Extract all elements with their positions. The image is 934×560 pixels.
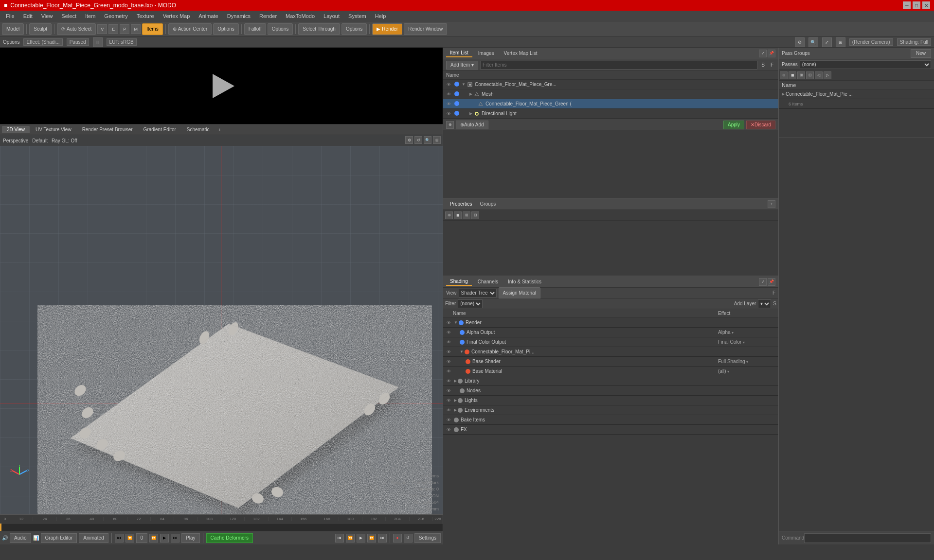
- add-tab-button[interactable]: +: [216, 126, 224, 134]
- passes-select[interactable]: (none): [800, 60, 931, 69]
- playback-icon-1[interactable]: ⏮: [335, 534, 344, 542]
- props-add-icon[interactable]: +: [768, 200, 775, 208]
- toolbar-icon-1[interactable]: V: [97, 24, 107, 34]
- render-window-button[interactable]: Render Window: [404, 23, 447, 35]
- tab-shading[interactable]: Shading: [446, 278, 472, 286]
- menu-select[interactable]: Select: [57, 12, 80, 20]
- tab-properties[interactable]: Properties: [446, 200, 476, 208]
- menu-dynamics[interactable]: Dynamics: [223, 12, 254, 20]
- item-list-pin-icon[interactable]: 📌: [768, 50, 775, 57]
- library-expand[interactable]: ▶: [454, 379, 457, 383]
- minimize-button[interactable]: ─: [903, 1, 911, 9]
- menu-geometry[interactable]: Geometry: [100, 12, 131, 20]
- sculpt-button[interactable]: Sculpt: [29, 23, 52, 35]
- item-list-expand-icon[interactable]: ⤢: [759, 50, 767, 57]
- eye-icon-scene[interactable]: 👁: [445, 81, 452, 88]
- options-icon-1[interactable]: ⚙: [795, 37, 805, 47]
- tab-images[interactable]: Images: [474, 50, 498, 57]
- play-label-button[interactable]: Play: [181, 533, 199, 543]
- group-expand[interactable]: ▶: [782, 92, 785, 96]
- tab-3d-view[interactable]: 3D View: [2, 126, 30, 133]
- tree-row-bake[interactable]: 👁 Bake Items: [443, 415, 778, 425]
- expand-light[interactable]: ▶: [469, 111, 472, 116]
- groups-icon-1[interactable]: ⊕: [780, 71, 788, 79]
- eye-library[interactable]: 👁: [445, 378, 452, 385]
- tree-row-environments[interactable]: 👁 ▶ Environments: [443, 405, 778, 415]
- toolbar-icon-2[interactable]: E: [108, 24, 118, 34]
- options-button-3[interactable]: Options: [341, 23, 367, 35]
- menu-vertex-map[interactable]: Vertex Map: [159, 12, 194, 20]
- add-layer-select[interactable]: ▾: [758, 299, 771, 308]
- filter-select[interactable]: (none): [458, 299, 483, 308]
- props-tool-2[interactable]: ◼: [454, 211, 462, 219]
- loop-icon[interactable]: ↺: [404, 534, 413, 542]
- menu-file[interactable]: File: [2, 12, 18, 20]
- options-icon-4[interactable]: ⊞: [836, 37, 845, 47]
- playback-icon-4[interactable]: ⏩: [367, 534, 376, 542]
- record-icon[interactable]: ●: [393, 534, 402, 542]
- lights-expand[interactable]: ▶: [454, 398, 457, 402]
- play-button[interactable]: [207, 71, 236, 101]
- paused-value[interactable]: Paused: [67, 38, 89, 46]
- toolbar-icon-3[interactable]: P: [120, 24, 129, 34]
- group-row-1[interactable]: ▶ Connectable_Floor_Mat_Pie ...: [779, 89, 934, 99]
- menu-help[interactable]: Help: [371, 12, 390, 20]
- falloff-button[interactable]: Falloff: [244, 23, 266, 35]
- eye-final[interactable]: 👁: [445, 339, 452, 346]
- eye-icon-mesh[interactable]: 👁: [445, 91, 452, 98]
- eye-nodes[interactable]: 👁: [445, 387, 452, 394]
- shading-expand-icon[interactable]: ⤢: [759, 278, 767, 286]
- tree-row-mat[interactable]: 👁 ▼ Connectable_Floor_Mat_Pi...: [443, 347, 778, 357]
- effect-value[interactable]: Effect: (Shadi...: [23, 38, 62, 46]
- assign-material-button[interactable]: Assign Material: [499, 287, 540, 299]
- props-tool-4[interactable]: ⊟: [471, 211, 479, 219]
- audio-button[interactable]: Audio: [10, 533, 31, 543]
- options-button-1[interactable]: Options: [213, 23, 238, 35]
- tab-schematic[interactable]: Schematic: [182, 126, 215, 133]
- tab-info-stats[interactable]: Info & Statistics: [504, 278, 545, 285]
- menu-maxtomode[interactable]: MaxToModo: [282, 12, 319, 20]
- camera-value[interactable]: (Render Camera): [849, 38, 893, 46]
- auto-select-button[interactable]: ⟳ Auto Select: [57, 23, 96, 35]
- eye-base-shader[interactable]: 👁: [445, 358, 452, 365]
- maximize-button[interactable]: □: [913, 1, 920, 9]
- viewport-mode[interactable]: Perspective: [3, 138, 28, 143]
- viewport-subdiv[interactable]: Default: [32, 138, 48, 143]
- select-through-button[interactable]: Select Through: [298, 23, 340, 35]
- model-button[interactable]: Model: [2, 23, 24, 35]
- shading-pin-icon[interactable]: 📌: [768, 278, 775, 286]
- props-tool-3[interactable]: ⊞: [463, 211, 470, 219]
- next-button[interactable]: ⏩: [149, 534, 158, 542]
- tab-render-preset[interactable]: Render Preset Browser: [77, 126, 138, 133]
- menu-layout[interactable]: Layout: [320, 12, 343, 20]
- menu-item[interactable]: Item: [81, 12, 99, 20]
- eye-fx[interactable]: 👁: [445, 426, 452, 433]
- render-button[interactable]: ▶ Render: [372, 23, 402, 35]
- prev-prev-button[interactable]: ⏮: [115, 534, 124, 542]
- viewport-ray-gl[interactable]: Ray GL: Off: [52, 138, 77, 143]
- menu-view[interactable]: View: [37, 12, 57, 20]
- close-button[interactable]: ✕: [922, 1, 930, 9]
- tree-row-base-shader[interactable]: 👁 Base Shader Full Shading ▾: [443, 357, 778, 367]
- groups-icon-4[interactable]: ⊟: [806, 71, 814, 79]
- viewport-icon-zoom[interactable]: 🔍: [424, 136, 431, 144]
- tab-uv-texture[interactable]: UV Texture View: [31, 126, 76, 133]
- shading-value[interactable]: Shading: Full: [897, 38, 931, 46]
- tree-row-final-color[interactable]: 👁 Final Color Output Final Color ▾: [443, 337, 778, 347]
- tab-gradient-editor[interactable]: Gradient Editor: [139, 126, 181, 133]
- tree-row-alpha[interactable]: 👁 Alpha Output Alpha ▾: [443, 328, 778, 337]
- tree-row-nodes[interactable]: 👁 Nodes: [443, 386, 778, 396]
- eye-icon-floor[interactable]: 👁: [445, 101, 452, 107]
- menu-system[interactable]: System: [344, 12, 370, 20]
- eye-lights[interactable]: 👁: [445, 397, 452, 404]
- viewport-icon-reset[interactable]: ↺: [414, 136, 422, 144]
- options-icon-2[interactable]: 🔍: [808, 37, 818, 47]
- cache-deformers-button[interactable]: Cache Deformers: [206, 533, 253, 543]
- eye-environments[interactable]: 👁: [445, 407, 452, 414]
- groups-icon-2[interactable]: ◼: [789, 71, 796, 79]
- menu-texture[interactable]: Texture: [133, 12, 158, 20]
- eye-icon-light[interactable]: 👁: [445, 110, 452, 117]
- filter-items-input[interactable]: [480, 61, 757, 70]
- item-row-scene[interactable]: 👁 ▼ Connectable_Floor_Mat_Piece_Gre...: [443, 80, 778, 89]
- item-row-light[interactable]: 👁 ▶ Directional Light: [443, 109, 778, 119]
